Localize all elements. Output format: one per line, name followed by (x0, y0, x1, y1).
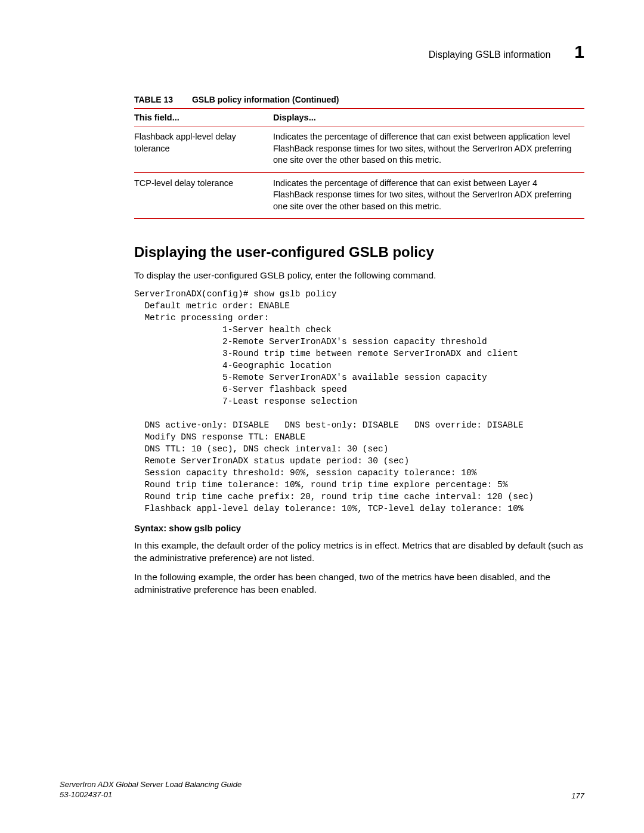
footer-doc-number: 53-1002437-01 (60, 789, 242, 800)
table-title: GSLB policy information (Continued) (192, 95, 339, 104)
body-paragraph-2: In the following example, the order has … (134, 571, 584, 596)
cell-field: Flashback appl-level delay tolerance (134, 126, 273, 173)
col-header-displays: Displays... (273, 109, 584, 126)
syntax-line: Syntax: show gslb policy (134, 523, 584, 533)
cli-output: ServerIronADX(config)# show gslb policy … (134, 288, 584, 515)
cell-displays: Indicates the percentage of difference t… (273, 172, 584, 219)
page-content: Displaying GSLB information 1 TABLE 13 G… (0, 0, 644, 596)
running-header: Displaying GSLB information 1 (134, 42, 584, 62)
table-label: TABLE 13 (134, 95, 173, 104)
table-row: Flashback appl-level delay tolerance Ind… (134, 126, 584, 173)
page-footer: ServerIron ADX Global Server Load Balanc… (60, 779, 584, 800)
footer-doc-title: ServerIron ADX Global Server Load Balanc… (60, 779, 242, 790)
table-caption: TABLE 13 GSLB policy information (Contin… (134, 95, 584, 104)
section-heading: Displaying the user-configured GSLB poli… (134, 244, 584, 261)
intro-paragraph: To display the user-configured GSLB poli… (134, 269, 584, 281)
running-header-title: Displaying GSLB information (429, 49, 551, 60)
footer-page-number: 177 (571, 791, 584, 800)
col-header-field: This field... (134, 109, 273, 126)
footer-left: ServerIron ADX Global Server Load Balanc… (60, 779, 242, 800)
chapter-number: 1 (574, 42, 584, 62)
body-paragraph-1: In this example, the default order of th… (134, 539, 584, 565)
cell-displays: Indicates the percentage of difference t… (273, 126, 584, 173)
table-row: TCP-level delay tolerance Indicates the … (134, 172, 584, 219)
cell-field: TCP-level delay tolerance (134, 172, 273, 219)
policy-table: This field... Displays... Flashback appl… (134, 108, 584, 219)
table-header-row: This field... Displays... (134, 109, 584, 126)
